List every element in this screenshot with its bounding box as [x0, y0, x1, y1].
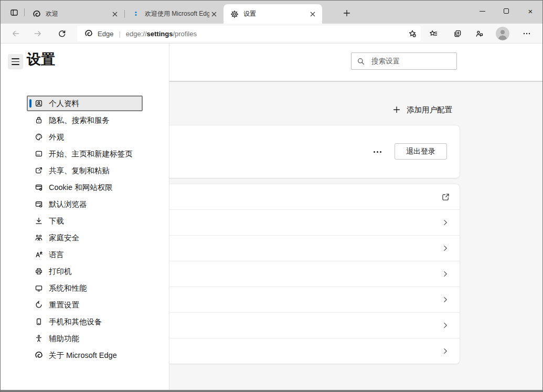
sidebar-item-label: 重置设置 — [49, 300, 79, 310]
add-profile-label: 添加用户配置 — [407, 105, 452, 115]
sidebar-item-label: 默认浏览器 — [49, 199, 87, 209]
new-tab-button[interactable] — [339, 7, 354, 19]
minimize-icon — [480, 11, 485, 12]
add-favorite-button[interactable] — [408, 29, 417, 38]
plus-icon — [392, 105, 401, 114]
site-label: Edge — [98, 30, 113, 38]
window-controls: × — [470, 1, 542, 22]
window-bottom-edge — [1, 390, 542, 391]
start-page-icon — [34, 149, 44, 158]
address-separator: | — [119, 30, 120, 38]
welcome-favicon-blue-dots — [132, 10, 140, 18]
chevron-right-icon — [441, 321, 450, 330]
person-chat-icon — [475, 29, 484, 38]
tab-list: 欢迎欢迎使用 Microsoft Edg设置 — [26, 4, 322, 24]
settings-search-box[interactable] — [351, 52, 457, 70]
sidebar-item-label: 打印机 — [49, 267, 72, 277]
add-profile-button[interactable]: 添加用户配置 — [389, 103, 455, 116]
sidebar-item[interactable]: 系统和性能 — [27, 280, 143, 296]
chevron-right-icon — [441, 243, 450, 253]
chevron-right-icon — [441, 295, 450, 304]
tab-close-button[interactable] — [308, 9, 317, 18]
browser-toolbar: Edge | edge://settings/profiles — [1, 24, 542, 44]
sidebar-item-label: 下载 — [49, 216, 64, 226]
sidebar-menu-button[interactable] — [8, 54, 23, 69]
sign-out-button[interactable]: 退出登录 — [395, 143, 447, 160]
browser-window: 欢迎欢迎使用 Microsoft Edg设置 × Edge | edge://s… — [0, 0, 543, 392]
profile-avatar-button[interactable] — [494, 26, 511, 41]
close-button[interactable]: × — [518, 1, 542, 22]
sidebar-item[interactable]: 共享、复制和粘贴 — [27, 163, 143, 178]
edge-logo-icon — [34, 351, 44, 360]
sidebar-item[interactable]: 个人资料 — [27, 96, 143, 111]
tab-title: 欢迎使用 Microsoft Edg — [145, 9, 209, 18]
sidebar-item-label: 外观 — [49, 132, 64, 142]
sidebar-item[interactable]: Cookie 和网站权限 — [27, 179, 143, 195]
open-in-new-icon — [441, 192, 450, 202]
search-icon — [357, 57, 365, 66]
language-icon — [34, 250, 44, 259]
refresh-button[interactable] — [54, 26, 70, 41]
accessibility-icon — [34, 334, 44, 343]
sidebar-item-label: 开始、主页和新建标签页 — [49, 149, 133, 159]
settings-more-button[interactable] — [518, 26, 535, 41]
favorites-button[interactable] — [425, 26, 442, 41]
sidebar-item-label: 语言 — [49, 250, 64, 260]
tab-strip: 欢迎欢迎使用 Microsoft Edg设置 × — [1, 1, 542, 24]
tab-inactive[interactable]: 欢迎 — [26, 4, 124, 24]
sidebar-item-label: 辅助功能 — [49, 334, 79, 344]
profile-card-icon — [34, 99, 44, 108]
tab-title: 欢迎 — [46, 9, 110, 18]
tab-close-button[interactable] — [209, 9, 218, 18]
page-title: 设置 — [27, 50, 55, 69]
tab-title: 设置 — [243, 9, 308, 18]
url-text: edge://settings/profiles — [126, 30, 197, 38]
tab-actions-icon — [10, 8, 18, 17]
sidebar-item-label: 关于 Microsoft Edge — [49, 351, 117, 361]
sidebar-item[interactable]: 关于 Microsoft Edge — [27, 347, 143, 363]
arrow-right-icon — [34, 29, 42, 38]
download-icon — [34, 216, 44, 226]
tab-inactive[interactable]: 欢迎使用 Microsoft Edg — [125, 4, 223, 24]
selected-accent-bar — [29, 99, 31, 108]
sidebar-item[interactable]: 重置设置 — [27, 297, 143, 313]
settings-search-input[interactable] — [370, 57, 465, 66]
cookie-permissions-icon — [34, 183, 44, 192]
sidebar-item[interactable]: 默认浏览器 — [27, 196, 143, 212]
profile-more-options-button[interactable] — [368, 145, 386, 158]
forward-button[interactable] — [30, 26, 46, 41]
refresh-icon — [58, 29, 66, 38]
sidebar-item[interactable]: 开始、主页和新建标签页 — [27, 146, 143, 162]
star-list-icon — [429, 29, 438, 38]
settings-sidebar: 设置 个人资料隐私、搜索和服务外观开始、主页和新建标签页共享、复制和粘贴Cook… — [1, 44, 169, 391]
plus-icon — [343, 9, 351, 17]
chevron-right-icon — [441, 346, 450, 356]
tab-active[interactable]: 设置 — [223, 4, 322, 24]
back-button[interactable] — [8, 26, 24, 41]
sidebar-nav: 个人资料隐私、搜索和服务外观开始、主页和新建标签页共享、复制和粘贴Cookie … — [27, 96, 143, 364]
address-bar[interactable]: Edge | edge://settings/profiles — [77, 26, 421, 41]
tab-close-button[interactable] — [110, 9, 119, 18]
appearance-palette-icon — [34, 132, 44, 142]
gear-icon — [230, 10, 239, 18]
sidebar-item[interactable]: 手机和其他设备 — [27, 314, 143, 330]
sidebar-item-label: 共享、复制和粘贴 — [49, 166, 110, 176]
family-icon — [34, 233, 44, 242]
sidebar-item[interactable]: 隐私、搜索和服务 — [27, 112, 143, 128]
sidebar-item[interactable]: 辅助功能 — [27, 331, 143, 346]
minimize-button[interactable] — [470, 1, 494, 22]
sidebar-item[interactable]: 下载 — [27, 213, 143, 229]
arrow-left-icon — [12, 29, 20, 38]
sidebar-item[interactable]: 打印机 — [27, 263, 143, 279]
sidebar-item-label: 个人资料 — [49, 99, 79, 109]
feedback-button[interactable] — [471, 26, 488, 41]
maximize-button[interactable] — [494, 1, 518, 22]
default-browser-icon — [34, 199, 44, 209]
tab-actions-button[interactable] — [7, 7, 21, 18]
sidebar-item[interactable]: 家庭安全 — [27, 230, 143, 246]
printer-icon — [34, 267, 44, 276]
sidebar-item[interactable]: 外观 — [27, 129, 143, 145]
phone-icon — [34, 317, 44, 326]
sidebar-item[interactable]: 语言 — [27, 247, 143, 262]
collections-button[interactable] — [449, 26, 466, 41]
